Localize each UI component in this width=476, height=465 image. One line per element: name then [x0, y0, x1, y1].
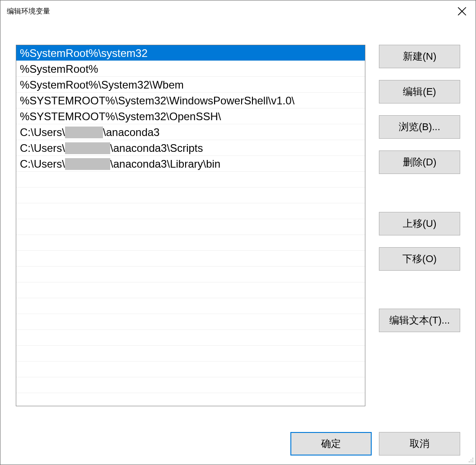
svg-point-4 — [472, 460, 473, 460]
list-item[interactable]: C:\Users\\anaconda3\Library\bin — [16, 156, 365, 172]
env-var-editor-dialog: 编辑环境变量 %SystemRoot%\system32%SystemRoot%… — [0, 0, 476, 465]
button-column: 新建(N) 编辑(E) 浏览(B)... 删除(D) 上移(U) 下移(O) 编… — [379, 45, 460, 414]
list-item-prefix: C:\Users\ — [20, 142, 65, 154]
list-item[interactable]: %SYSTEMROOT%\System32\WindowsPowerShell\… — [16, 93, 365, 108]
list-item[interactable]: %SystemRoot%\System32\Wbem — [16, 77, 365, 93]
window-title: 编辑环境变量 — [7, 7, 50, 16]
list-item[interactable]: %SYSTEMROOT%\System32\OpenSSH\ — [16, 108, 365, 124]
dialog-content: %SystemRoot%\system32%SystemRoot%%System… — [0, 22, 476, 465]
list-item-suffix: \anaconda3 — [103, 126, 159, 138]
move-down-button[interactable]: 下移(O) — [379, 247, 460, 271]
list-item-suffix: \anaconda3\Scripts — [110, 142, 203, 154]
list-item[interactable] — [16, 188, 365, 203]
svg-point-5 — [469, 461, 470, 462]
list-item[interactable]: %SystemRoot% — [16, 61, 365, 77]
list-item[interactable] — [16, 298, 365, 314]
list-item-prefix: %SystemRoot%\system32 — [20, 47, 148, 59]
ok-button[interactable]: 确定 — [290, 432, 372, 456]
redacted-username — [65, 142, 110, 154]
redacted-username — [65, 127, 103, 138]
edit-button[interactable]: 编辑(E) — [379, 80, 460, 103]
resize-grip[interactable] — [467, 456, 474, 463]
list-item[interactable] — [16, 346, 365, 362]
resize-grip-icon — [467, 456, 474, 463]
list-item[interactable] — [16, 282, 365, 298]
list-item[interactable] — [16, 377, 365, 393]
close-button[interactable] — [448, 0, 476, 22]
list-item-prefix: %SYSTEMROOT%\System32\WindowsPowerShell\… — [20, 94, 294, 107]
new-button[interactable]: 新建(N) — [379, 45, 460, 68]
list-item-prefix: %SystemRoot% — [20, 63, 98, 75]
close-icon — [457, 7, 467, 16]
list-item[interactable]: %SystemRoot%\system32 — [16, 45, 365, 61]
list-item-prefix: C:\Users\ — [20, 126, 65, 138]
list-item[interactable] — [16, 219, 365, 235]
list-item[interactable] — [16, 203, 365, 219]
list-item-prefix: C:\Users\ — [20, 158, 65, 170]
list-item[interactable] — [16, 172, 365, 188]
list-item[interactable] — [16, 314, 365, 330]
list-item-prefix: %SYSTEMROOT%\System32\OpenSSH\ — [20, 110, 221, 122]
list-item[interactable] — [16, 251, 365, 267]
delete-button[interactable]: 删除(D) — [379, 150, 460, 174]
list-item[interactable] — [16, 235, 365, 251]
list-item-suffix: \anaconda3\Library\bin — [110, 158, 220, 170]
cancel-button[interactable]: 取消 — [379, 432, 460, 456]
list-item[interactable] — [16, 330, 365, 346]
edit-text-button[interactable]: 编辑文本(T)... — [379, 309, 460, 332]
svg-point-2 — [472, 458, 473, 459]
svg-point-7 — [472, 461, 473, 462]
dialog-footer: 确定 取消 — [16, 414, 460, 456]
main-row: %SystemRoot%\system32%SystemRoot%%System… — [16, 45, 460, 414]
path-listbox[interactable]: %SystemRoot%\system32%SystemRoot%%System… — [16, 45, 365, 406]
titlebar: 编辑环境变量 — [0, 0, 476, 22]
list-item[interactable]: C:\Users\\anaconda3 — [16, 124, 365, 140]
list-item[interactable] — [16, 267, 365, 282]
list-item-prefix: %SystemRoot%\System32\Wbem — [20, 79, 184, 91]
list-item[interactable] — [16, 362, 365, 377]
list-item[interactable]: C:\Users\\anaconda3\Scripts — [16, 140, 365, 156]
move-up-button[interactable]: 上移(U) — [379, 212, 460, 235]
browse-button[interactable]: 浏览(B)... — [379, 115, 460, 139]
svg-point-6 — [471, 461, 471, 462]
redacted-username — [65, 158, 110, 170]
svg-point-3 — [471, 460, 471, 460]
